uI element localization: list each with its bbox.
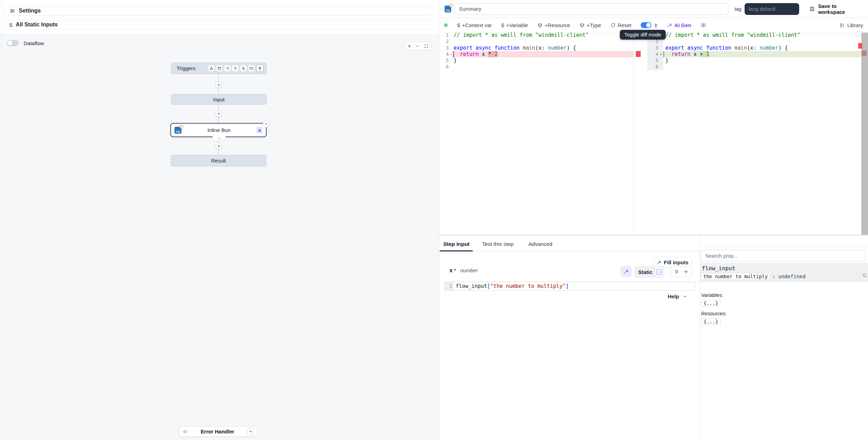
prop-value: : undefined [772,274,805,279]
variables-label: Variables: [701,292,723,298]
summary-input[interactable] [454,3,728,15]
magic-wand-icon [623,269,629,274]
input-node[interactable]: Input [171,94,267,105]
help-label: Help [668,293,679,299]
save-to-workspace-button[interactable]: Save to workspace [809,3,863,15]
expand-step-chevron[interactable] [212,136,226,141]
prop-key-chip[interactable]: the number to multiply [701,273,770,280]
library-icon [839,23,845,28]
triggers-node[interactable]: Triggers [171,63,267,74]
triggers-label: Triggers [177,65,195,71]
toggle-knob [646,23,651,27]
sliders-icon [9,8,15,14]
insert-step-button[interactable] [216,110,222,117]
error-handler-node[interactable]: Error Handler [179,426,258,437]
ai-gen-label: AI Gen [674,22,691,28]
trigger-icons [208,65,263,72]
email-trigger-icon[interactable] [248,65,254,72]
tag-input[interactable] [745,3,799,15]
postgres-trigger-icon[interactable] [240,65,246,72]
dataflow-label: Dataflow [24,40,44,46]
close-icon [265,122,268,126]
webhook-trigger-icon[interactable] [208,65,214,72]
overview-error-marker [858,43,862,49]
search-icon[interactable] [862,273,867,278]
input-mode-switch[interactable]: Static [634,266,664,278]
tab-advanced[interactable]: Advanced [528,241,552,247]
chevron-down-icon [683,294,687,299]
diff-code-editor[interactable]: 1// import * as wmill from "windmill-cli… [439,33,868,235]
dollar-icon: $ [457,22,460,28]
library-button[interactable]: Library [839,22,863,28]
result-node[interactable]: Result [171,155,266,166]
ai-gen-button[interactable]: AI Gen [667,22,691,28]
add-type-button[interactable]: +Type [579,22,601,28]
edge [218,105,219,110]
diff-mode-toggle[interactable] [641,22,651,28]
diff-modified-pane[interactable]: 1// import * as wmill from "windmill-cli… [647,33,861,235]
sidebar-divider [700,247,868,247]
tab-step-input[interactable]: Step Input [443,241,470,247]
input-expression-editor[interactable]: 1flow_input["the number to multiply"] [444,282,695,291]
insert-step-button[interactable] [216,143,222,149]
edge [218,88,219,94]
package-icon [537,23,543,28]
ai-fill-button[interactable] [620,266,632,277]
resource-label: +Resource [545,22,570,28]
variable-label: +Variable [506,22,528,28]
all-static-inputs-button[interactable]: $ All Static Inputs [5,20,432,30]
kafka-trigger-icon[interactable] [256,65,263,72]
edge [218,117,219,123]
prop-search-input[interactable] [701,250,866,261]
overview-ruler[interactable] [861,33,868,235]
schedule-trigger-icon[interactable] [216,65,222,72]
dataflow-toggle[interactable] [7,40,19,46]
font-size-button[interactable]: ± [654,22,657,28]
reset-button[interactable]: Reset [610,22,631,28]
save-icon [809,6,815,12]
diff-sash[interactable] [634,33,634,235]
help-dropdown[interactable]: Help [668,293,687,299]
static-mode-label: Static [638,269,652,275]
insert-step-button[interactable] [216,82,222,88]
resources-label: Resources: [701,311,727,316]
variables-chip[interactable]: {...} [701,300,721,307]
inline-bun-step-node[interactable]: TS Inline Bun a [170,123,267,137]
gear-icon[interactable] [700,22,706,28]
edge [218,74,219,82]
add-resource-button[interactable]: +Resource [537,22,570,28]
minimap-corner [857,31,862,36]
expression-code[interactable]: 1flow_input["the number to multiply"] [445,282,695,290]
resources-chip[interactable]: {...} [701,318,721,325]
modified-code[interactable]: 1// import * as wmill from "windmill-cli… [647,33,861,70]
diff-original-pane[interactable]: 1// import * as wmill from "windmill-cli… [440,33,641,235]
websocket-trigger-icon[interactable] [232,65,238,72]
prop-row[interactable]: the number to multiply : undefined [701,273,805,280]
package-icon [579,23,585,28]
zoom-out-button[interactable]: − [416,43,419,49]
tab-test-this-step[interactable]: Test this step [482,241,513,247]
flow-settings-button[interactable]: Settings [5,6,432,16]
plus-icon [217,144,221,148]
input-node-label: Input [213,97,225,102]
type-label: +Type [587,22,601,28]
panel-left-divider [2,0,2,52]
javascript-mode-chip[interactable] [655,267,663,277]
add-error-handler-button[interactable] [247,428,254,435]
original-code[interactable]: 1// import * as wmill from "windmill-cli… [440,33,634,70]
add-context-var-button[interactable]: $ +Context var [457,22,492,28]
connect-input-buttons[interactable] [670,266,692,277]
result-node-label: Result [211,158,226,164]
ts-badge-text: TS [446,9,450,13]
required-marker: * [454,267,456,273]
fullscreen-icon[interactable] [424,44,429,48]
all-static-inputs-label: All Static Inputs [16,22,58,28]
add-variable-button[interactable]: $ +Variable [501,22,528,28]
delete-step-button[interactable] [263,121,270,127]
argument-name: x [449,267,453,274]
zoom-in-button[interactable]: + [408,43,411,49]
bug-icon [182,429,188,434]
route-trigger-icon[interactable] [224,65,230,72]
error-handler-label: Error Handler [188,429,247,434]
plus-icon [217,83,221,87]
